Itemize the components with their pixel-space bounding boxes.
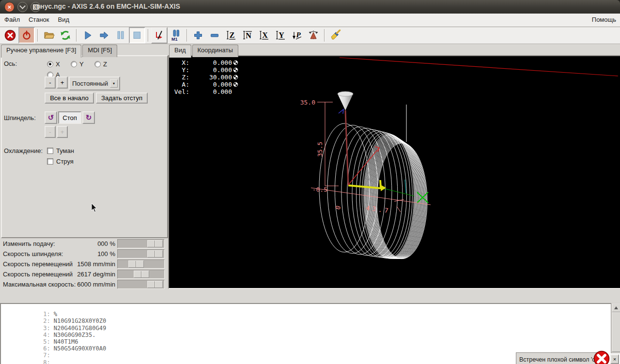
dro-line: Vel: 0.000 <box>172 88 238 95</box>
preview-tab[interactable]: Вид <box>169 45 191 58</box>
machine-power-button[interactable] <box>18 27 35 44</box>
dro-axis-label: Y: <box>172 66 189 74</box>
override-value: 100 % <box>97 250 115 258</box>
power-icon <box>21 30 32 41</box>
override-label: Максимальная скорость: <box>3 281 76 288</box>
increment-value: Постоянный <box>72 80 108 87</box>
menu-item-help[interactable]: Помощь <box>592 16 616 23</box>
backplot-canvas[interactable]: X: 0.000 Y: 0.000 <box>169 56 618 286</box>
menu-item[interactable]: Файл <box>0 14 24 27</box>
override-slider[interactable] <box>117 239 165 248</box>
manual-panel-tab[interactable]: Ручное управление [F3] <box>1 45 81 58</box>
scrollbar-thumb[interactable] <box>612 312 620 352</box>
spindle-cw-button[interactable]: ↻ <box>82 111 95 124</box>
slider-handle[interactable] <box>147 240 163 247</box>
clear-plot-button[interactable] <box>327 27 344 44</box>
reload-icon <box>60 30 71 41</box>
view-z-rotated-icon: N <box>242 30 253 41</box>
axis-radio-label: Z <box>103 61 107 68</box>
view-x-button[interactable]: X <box>256 27 272 44</box>
rotate-view-button[interactable] <box>305 27 322 44</box>
window-minimize-button[interactable] <box>17 2 28 12</box>
coolant-checkbox-row[interactable]: Струя <box>47 156 74 167</box>
jog-plus-button[interactable]: + <box>57 76 68 89</box>
preview-tab[interactable]: Координаты <box>192 45 238 57</box>
homed-icon <box>233 75 238 80</box>
svg-text:Y: Y <box>279 31 284 39</box>
override-label: Изменить подачу: <box>3 240 55 247</box>
override-slider[interactable] <box>117 259 165 269</box>
window-title: конус.ngc - AXIS 2.4.6 on EMC-HAL-SIM-AX… <box>33 2 180 10</box>
view-perspective-button[interactable]: P <box>289 27 305 44</box>
window-close-button[interactable]: × <box>4 2 15 12</box>
override-row: Изменить подачу: 000 % <box>0 239 167 249</box>
svg-text:P: P <box>296 31 301 39</box>
slider-handle[interactable] <box>147 250 163 258</box>
override-row: Скорость перемещений 1508 mm/min <box>0 259 167 269</box>
preview-panel: ВидКоординаты X: 0.000 <box>168 44 620 288</box>
toolbar-separator <box>324 29 325 42</box>
menu-item[interactable]: Станок <box>24 14 54 27</box>
slider-handle[interactable] <box>128 260 144 268</box>
run-button[interactable] <box>79 27 96 44</box>
view-z-icon: Z <box>225 30 237 41</box>
override-row: Скорость перемещений 2617 deg/min <box>0 269 167 279</box>
preview-frame: X: 0.000 Y: 0.000 <box>168 55 620 289</box>
open-file-button[interactable] <box>41 27 57 44</box>
slider-handle[interactable] <box>147 281 163 288</box>
view-z-rotated-button[interactable]: N <box>239 27 256 44</box>
zoom-in-button[interactable] <box>190 27 206 44</box>
rotate-cw-icon: ↻ <box>86 113 92 122</box>
optional-pause-button[interactable]: M1 <box>168 27 184 44</box>
slider-handle[interactable] <box>134 271 149 278</box>
spindle-stop-button[interactable]: Стоп <box>58 111 81 124</box>
svg-text:0: 0 <box>334 205 342 211</box>
skip-lines-button[interactable] <box>151 27 168 44</box>
gcode-scrollbar[interactable] <box>611 303 620 353</box>
gcode-line: 1:% <box>1 304 620 311</box>
notification-close-button[interactable]: × <box>610 354 619 364</box>
app-window: ФайлСтанокВид Помощь <box>0 14 620 364</box>
checkbox-icon[interactable] <box>47 158 53 165</box>
pause-button[interactable] <box>112 27 129 44</box>
dro-axis-label: Vel: <box>172 88 189 95</box>
svg-text:35.0: 35.0 <box>300 99 315 106</box>
view-y-button[interactable]: Y <box>272 27 289 44</box>
step-button[interactable] <box>96 27 112 44</box>
view-z-button[interactable]: Z <box>223 27 239 44</box>
menu-item[interactable]: Вид <box>54 14 74 27</box>
axis-radio[interactable]: X <box>47 59 71 69</box>
touch-off-button[interactable]: Задать отступ <box>96 92 148 104</box>
dro-line: X: 0.000 <box>172 59 238 66</box>
gcode-line-number: 4: <box>29 332 50 338</box>
svg-text:M1: M1 <box>171 37 178 42</box>
spindle-ccw-button[interactable]: ↺ <box>45 111 57 124</box>
coolant-checkbox-row[interactable]: Туман <box>47 145 74 156</box>
dro-axis-value: 0.000 <box>189 81 232 88</box>
open-folder-icon <box>43 30 55 41</box>
gcode-line-number: 5: <box>29 338 50 345</box>
spindle-slower-button[interactable]: - <box>45 126 56 138</box>
axis-radio[interactable]: Z <box>94 59 118 69</box>
optional-pause-icon: M1 <box>170 29 182 42</box>
override-slider[interactable] <box>117 249 165 258</box>
jog-minus-button[interactable]: - <box>45 76 56 89</box>
toolbar: M1 Z N X Y P <box>0 27 620 44</box>
stop-button[interactable] <box>129 27 145 44</box>
estop-button[interactable] <box>2 27 18 44</box>
reload-button[interactable] <box>57 27 74 44</box>
homed-icon <box>233 67 238 73</box>
menubar: ФайлСтанокВид Помощь <box>0 14 620 27</box>
spindle-faster-button[interactable]: + <box>57 126 68 138</box>
rotate-ccw-icon: ↺ <box>48 113 54 122</box>
override-slider[interactable] <box>117 280 165 289</box>
override-slider[interactable] <box>117 270 165 279</box>
gcode-line-text: N50G54G90X0Y0A0 <box>54 345 106 352</box>
checkbox-icon[interactable] <box>47 148 53 154</box>
scroll-up-arrow-icon[interactable] <box>612 303 620 312</box>
axis-radio[interactable]: Y <box>71 59 94 69</box>
home-all-button[interactable]: Все в начало <box>45 92 94 104</box>
zoom-out-button[interactable] <box>206 27 223 44</box>
increment-dropdown[interactable]: Постоянный ▾ <box>69 76 120 91</box>
manual-panel-tab[interactable]: MDI [F5] <box>82 45 117 57</box>
